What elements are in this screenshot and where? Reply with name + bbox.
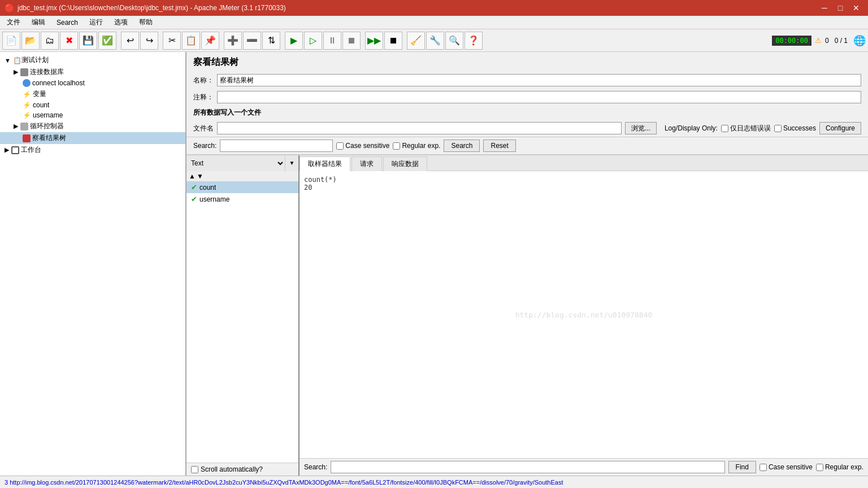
regular-exp-text-top: Regular exp. — [402, 142, 440, 150]
menu-options[interactable]: 选项 — [110, 16, 132, 28]
toolbar-help[interactable]: ❓ — [465, 32, 483, 50]
menu-search[interactable]: Search — [52, 18, 83, 28]
toolbar-close[interactable]: ✖ — [60, 32, 78, 50]
toolbar-open[interactable]: 📂 — [21, 32, 40, 50]
toolbar-stop-remote[interactable]: ⏹ — [384, 32, 402, 50]
toolbar-save[interactable]: 💾 — [79, 32, 97, 50]
tab-request[interactable]: 请求 — [351, 156, 382, 171]
workbench-expand-icon: ▶ — [5, 146, 9, 154]
case-sensitive-bottom-checkbox[interactable] — [760, 464, 767, 471]
toolbar-check[interactable]: ✅ — [98, 32, 116, 50]
var-icon: ⚡ — [23, 90, 31, 98]
close-button[interactable]: ✕ — [849, 2, 863, 14]
case-sensitive-bottom-label[interactable]: Case sensitive — [760, 463, 813, 471]
case-sensitive-label-top[interactable]: Case sensitive — [336, 142, 389, 150]
toolbar-save-templates[interactable]: 🗂 — [41, 32, 59, 50]
case-sensitive-checkbox-top[interactable] — [336, 142, 344, 150]
toolbar-cut[interactable]: ✂ — [163, 32, 181, 50]
comment-input[interactable] — [217, 91, 861, 103]
tree-item-connect-db[interactable]: ▶ 连接数据库 — [0, 66, 185, 78]
toolbar-remove[interactable]: ➖ — [243, 32, 261, 50]
result-tree-icon — [23, 134, 31, 142]
tab-bar: 取样器结果 请求 响应数据 — [300, 155, 868, 171]
loop-icon — [20, 123, 28, 130]
tree-item-variable[interactable]: ⚡ 变量 — [0, 88, 185, 100]
toolbar-move[interactable]: ⇅ — [262, 32, 280, 50]
bottom-search-label: Search: — [304, 463, 327, 471]
list-item-username[interactable]: ✔ username — [186, 193, 298, 205]
statusbar: 3 http://img.blog.csdn.net/2017071300124… — [0, 476, 868, 488]
tab-sampler-result[interactable]: 取样器结果 — [300, 156, 350, 171]
file-input[interactable] — [217, 122, 622, 134]
scroll-auto-label: Scroll automatically? — [201, 465, 263, 473]
workbench-label: 工作台 — [21, 145, 41, 155]
toolbar-search-tests[interactable]: 🔍 — [445, 32, 463, 50]
toolbar-shutdown[interactable]: ⏹ — [342, 32, 361, 50]
list-item-count[interactable]: ✔ count — [186, 181, 298, 193]
regular-exp-checkbox-top[interactable] — [393, 142, 400, 150]
error-only-checkbox[interactable] — [721, 125, 728, 132]
regular-exp-label-top[interactable]: Regular exp. — [393, 142, 440, 150]
case-sensitive-bottom-text: Case sensitive — [769, 463, 813, 471]
tree-item-workbench[interactable]: ▶ 工作台 — [0, 144, 185, 156]
toolbar-sep6 — [403, 32, 406, 50]
workbench-icon — [11, 146, 19, 154]
name-input[interactable] — [217, 74, 861, 86]
name-label: 名称： — [193, 76, 214, 85]
menu-run[interactable]: 运行 — [85, 16, 107, 28]
tree-item-result-tree[interactable]: 察看结果树 — [0, 132, 185, 144]
toolbar-add[interactable]: ➕ — [224, 32, 242, 50]
menu-help[interactable]: 帮助 — [134, 16, 157, 28]
reset-button[interactable]: Reset — [483, 140, 515, 152]
toolbar-clear[interactable]: 🧹 — [407, 32, 425, 50]
regular-exp-bottom-checkbox[interactable] — [816, 464, 823, 471]
error-only-checkbox-label[interactable]: 仅日志错误误 — [721, 124, 771, 133]
scroll-auto-checkbox[interactable] — [191, 466, 198, 473]
username-check-icon: ✔ — [191, 195, 197, 203]
sort-up-icon[interactable]: ▲ — [189, 172, 196, 180]
app-icon: 🔴 — [5, 3, 14, 12]
tab-response-data[interactable]: 响应数据 — [383, 156, 427, 171]
browse-button[interactable]: 浏览... — [625, 122, 657, 134]
tree-item-connect-localhost[interactable]: connect localhost — [0, 78, 185, 88]
toolbar-redo[interactable]: ↪ — [140, 32, 158, 50]
toolbar-copy[interactable]: 📋 — [182, 32, 200, 50]
toolbar-undo[interactable]: ↩ — [121, 32, 139, 50]
bottom-search-input[interactable] — [331, 461, 724, 473]
find-button[interactable]: Find — [728, 461, 756, 473]
toolbar-new[interactable]: 📄 — [2, 32, 20, 50]
successes-checkbox-label[interactable]: Successes — [774, 124, 816, 132]
menu-edit[interactable]: 编辑 — [27, 16, 50, 28]
toolbar-time: 00:00:00 — [772, 36, 811, 46]
sort-down-icon[interactable]: ▼ — [197, 172, 203, 180]
toolbar-stop[interactable]: ⏸ — [323, 32, 341, 50]
minimize-button[interactable]: ─ — [817, 2, 832, 14]
view-mode-select[interactable]: Text — [186, 155, 285, 171]
toolbar-start-no-pause[interactable]: ▷ — [304, 32, 322, 50]
watermark: http://blog.csdn.net/u010978840 — [515, 311, 653, 319]
expand-icon: ▼ — [5, 57, 11, 64]
comment-label: 注释： — [193, 93, 214, 102]
search-button-top[interactable]: Search — [444, 140, 480, 152]
username-icon: ⚡ — [23, 111, 31, 119]
panel-title: 察看结果树 — [186, 52, 868, 72]
toolbar-start-remote[interactable]: ▶▶ — [365, 32, 383, 50]
search-input-top[interactable] — [220, 140, 333, 152]
toolbar-sep5 — [362, 32, 364, 50]
toolbar-paste[interactable]: 📌 — [201, 32, 219, 50]
maximize-button[interactable]: □ — [833, 2, 848, 14]
toolbar-start[interactable]: ▶ — [285, 32, 303, 50]
configure-button[interactable]: Configure — [819, 122, 861, 134]
toolbar-function[interactable]: 🔧 — [426, 32, 444, 50]
tree-item-username[interactable]: ⚡ username — [0, 110, 185, 120]
list-header-dropdown-btn[interactable]: ▼ — [285, 155, 298, 171]
regular-exp-bottom-label[interactable]: Regular exp. — [816, 463, 863, 471]
menu-file[interactable]: 文件 — [2, 16, 25, 28]
successes-checkbox[interactable] — [774, 125, 782, 132]
log-display-label: Log/Display Only: — [665, 124, 718, 132]
case-sensitive-text-top: Case sensitive — [345, 142, 389, 150]
tree-item-loop-controller[interactable]: ▶ 循环控制器 — [0, 120, 185, 132]
tree-item-test-plan[interactable]: ▼ 📋 测试计划 — [0, 54, 185, 66]
list-header: Text ▼ — [186, 155, 298, 171]
tree-item-count[interactable]: ⚡ count — [0, 100, 185, 110]
